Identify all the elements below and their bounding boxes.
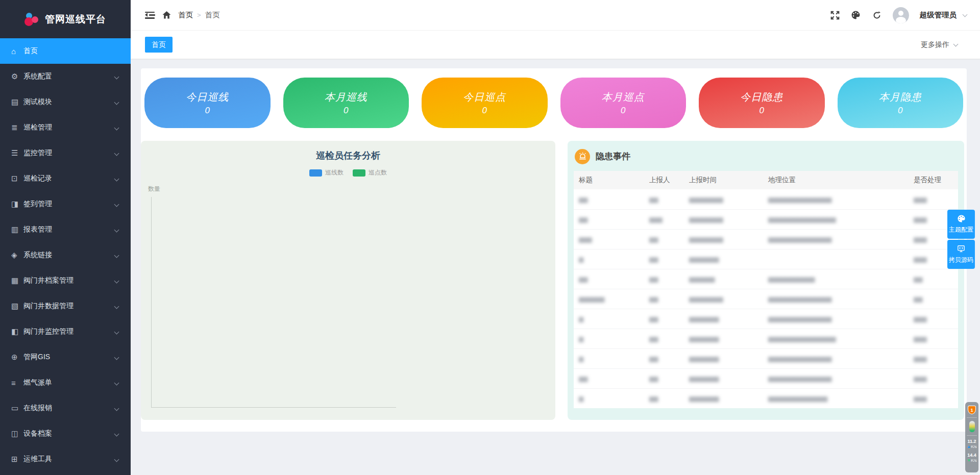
sidebar-item-report-mgmt[interactable]: ▥报表管理 <box>0 217 131 242</box>
redacted-text: ▆▆ <box>649 355 657 362</box>
redacted-text: ▆▆▆ <box>914 256 926 263</box>
breadcrumb-current: 首页 <box>205 10 220 20</box>
cell-location <box>763 249 909 269</box>
terminal-icon: ⊞ <box>11 455 23 464</box>
more-operations-button[interactable]: 更多操作 <box>921 40 958 49</box>
cell-reporter: ▆▆ <box>644 249 684 269</box>
user-name[interactable]: 超级管理员 <box>920 10 957 20</box>
cell-location: ▆▆▆▆▆▆▆▆▆▆▆▆▆▆▆ <box>763 230 909 249</box>
user-avatar[interactable] <box>893 7 909 23</box>
fullscreen-icon[interactable] <box>830 10 840 20</box>
sidebar-item-valve-monitor-mgmt[interactable]: ◧阀门井监控管理 <box>0 319 131 344</box>
redacted-text: ▆▆▆▆▆▆▆▆▆▆▆▆▆▆▆▆ <box>768 216 836 223</box>
sidebar-item-system-links[interactable]: ◈系统链接 <box>0 242 131 268</box>
sidebar-item-label: 报表管理 <box>23 225 52 234</box>
alarm-icon <box>575 149 590 164</box>
stat-card-label: 本月巡点 <box>602 90 645 104</box>
sidebar-item-device-archive[interactable]: ◫设备档案 <box>0 421 131 446</box>
legend-item[interactable]: 巡线数 <box>309 168 344 177</box>
redacted-text: ▆▆▆▆▆▆▆▆ <box>689 295 723 303</box>
stat-card[interactable]: 今日隐患0 <box>699 78 825 128</box>
sidebar-item-pipeline-gis[interactable]: ⊕管网GIS <box>0 344 131 370</box>
breadcrumb-root[interactable]: 首页 <box>178 10 193 20</box>
tab-bar: 首页 更多操作 <box>131 31 980 59</box>
stat-card[interactable]: 本月巡点0 <box>560 78 687 128</box>
theme-palette-icon[interactable] <box>851 10 861 20</box>
sidebar-collapse-icon[interactable] <box>145 12 155 19</box>
chevron-down-icon <box>114 74 119 80</box>
sidebar-item-valve-archive-mgmt[interactable]: ▦阀门井档案管理 <box>0 268 131 293</box>
cell-status: ▆▆ <box>909 269 958 289</box>
stat-card-label: 本月巡线 <box>325 90 368 104</box>
sidebar-item-label: 系统配置 <box>23 72 52 81</box>
sidebar-item-online-expense[interactable]: ▭在线报销 <box>0 395 131 421</box>
cell-reporter: ▆▆ <box>644 269 684 289</box>
refresh-icon[interactable] <box>872 10 882 20</box>
legend-swatch <box>353 169 365 177</box>
sidebar-item-label: 首页 <box>23 46 38 56</box>
stat-card-label: 今日巡点 <box>463 90 506 104</box>
cell-status: ▆▆▆ <box>909 349 958 368</box>
sidebar-item-valve-data-mgmt[interactable]: ▧阀门井数据管理 <box>0 293 131 319</box>
sidebar-item-test-modules[interactable]: ▤测试模块 <box>0 89 131 115</box>
table-row: ▆▆▆▆▆▆▆▆▆▆▆▆▆▆▆▆▆▆▆▆▆▆▆ <box>574 269 958 289</box>
sidebar: 管网巡线平台 ⌂首页⚙系统配置▤测试模块≣巡检管理☰监控管理⊡巡检记录◨签到管理… <box>0 0 131 475</box>
redacted-text: ▆▆▆▆▆▆▆ <box>689 355 719 362</box>
theme-config-button[interactable]: 主题配置 <box>947 210 975 239</box>
cell-reporter: ▆▆ <box>644 369 684 388</box>
sidebar-item-label: 运维工具 <box>23 455 52 464</box>
book-icon: ◨ <box>11 199 23 209</box>
home-icon[interactable] <box>162 10 171 20</box>
chevron-down-icon <box>114 177 119 182</box>
arrow-down-icon: ▼ <box>967 458 971 463</box>
user-menu-chevron-down-icon[interactable] <box>963 12 968 17</box>
redacted-text: ▆▆ <box>649 295 657 303</box>
redacted-text: ▆▆▆▆▆▆▆▆▆▆▆▆▆▆▆ <box>768 375 831 382</box>
cell-title: ▆▆ <box>574 369 644 388</box>
sidebar-item-gas-dispatch[interactable]: ≡燃气派单 <box>0 370 131 395</box>
chevron-down-icon <box>114 432 119 437</box>
legend-label: 巡线数 <box>325 168 344 177</box>
sidebar-item-system-config[interactable]: ⚙系统配置 <box>0 64 131 89</box>
redacted-text: ▆▆▆▆▆▆▆▆▆▆▆▆▆▆▆ <box>768 196 831 203</box>
stat-card-label: 今日隐患 <box>740 90 783 104</box>
redacted-text: ▆▆ <box>649 236 657 243</box>
redacted-text: ▆▆▆▆▆▆▆▆▆▆▆▆▆▆ <box>768 395 827 402</box>
cell-title: ▆ <box>574 329 644 348</box>
chevron-down-icon <box>953 41 959 46</box>
legend-swatch <box>309 169 322 177</box>
sidebar-item-home[interactable]: ⌂首页 <box>0 38 131 64</box>
chart-legend: 巡线数巡点数 <box>141 168 555 177</box>
stat-card[interactable]: 本月巡线0 <box>283 78 409 128</box>
tab-home[interactable]: 首页 <box>145 37 173 53</box>
theme-config-label: 主题配置 <box>949 226 973 234</box>
sidebar-item-inspection-records[interactable]: ⊡巡检记录 <box>0 166 131 191</box>
column-header: 上报时间 <box>684 171 763 189</box>
hazard-table: 标题上报人上报时间地理位置是否处理 ▆▆▆▆▆▆▆▆▆▆▆▆▆▆▆▆▆▆▆▆▆▆… <box>574 171 958 408</box>
redacted-text: ▆▆▆ <box>914 196 926 203</box>
sidebar-item-inspection-mgmt[interactable]: ≣巡检管理 <box>0 115 131 140</box>
redacted-text: ▆▆▆ <box>649 216 662 223</box>
column-header: 上报人 <box>644 171 684 189</box>
sidebar-item-signin-mgmt[interactable]: ◨签到管理 <box>0 191 131 217</box>
net-monitor-widget[interactable]: 1 11.2 ▲K/s 14.4 ▼K/s <box>965 402 978 472</box>
gis-icon: ⊕ <box>11 353 23 362</box>
stat-card[interactable]: 本月隐患0 <box>838 78 964 128</box>
copy-source-button[interactable]: 拷贝源码 <box>947 240 975 269</box>
cell-time: ▆▆▆▆▆▆ <box>684 269 763 289</box>
laptop-icon: ⊡ <box>11 174 23 183</box>
sidebar-item-ops-tools[interactable]: ⊞运维工具 <box>0 446 131 472</box>
redacted-text: ▆▆▆▆▆▆▆ <box>689 375 719 382</box>
stat-card[interactable]: 今日巡线0 <box>144 78 271 128</box>
stat-card[interactable]: 今日巡点0 <box>422 78 548 128</box>
stat-card-value: 0 <box>760 106 764 116</box>
sidebar-item-monitoring-mgmt[interactable]: ☰监控管理 <box>0 140 131 166</box>
legend-item[interactable]: 巡点数 <box>353 168 387 177</box>
home-icon: ⌂ <box>11 47 23 56</box>
cell-status: ▆▆▆ <box>909 309 958 329</box>
sidebar-item-label: 巡检管理 <box>23 123 52 132</box>
table-row: ▆▆▆▆▆▆▆▆▆▆▆▆▆▆▆▆▆▆▆▆▆▆▆▆▆▆▆▆▆ <box>574 329 958 348</box>
table-row: ▆▆▆▆▆▆▆▆▆▆▆▆▆▆▆▆▆▆▆▆▆▆▆▆▆▆▆▆ <box>574 309 958 329</box>
chevron-down-icon <box>114 406 119 411</box>
table-row: ▆▆▆▆▆▆▆▆▆▆▆▆▆▆▆▆▆▆▆▆▆▆▆▆▆▆▆▆▆▆ <box>574 189 958 209</box>
